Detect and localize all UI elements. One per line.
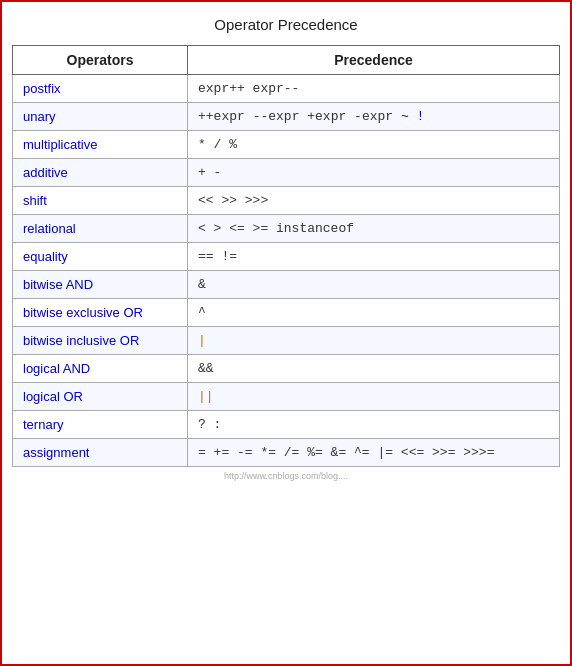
col-header-operators: Operators [13,46,188,75]
operator-cell: assignment [13,439,188,467]
precedence-cell: < > <= >= instanceof [188,215,560,243]
table-row: relational< > <= >= instanceof [13,215,560,243]
operator-cell: postfix [13,75,188,103]
operator-cell: multiplicative [13,131,188,159]
precedence-cell: & [188,271,560,299]
precedence-cell: ^ [188,299,560,327]
operator-cell: bitwise exclusive OR [13,299,188,327]
operator-cell: relational [13,215,188,243]
table-row: bitwise exclusive OR^ [13,299,560,327]
watermark: http://www.cnblogs.com/blog.... [12,471,560,481]
operator-cell: additive [13,159,188,187]
precedence-cell: && [188,355,560,383]
page-container: Operator Precedence Operators Precedence… [0,0,572,666]
table-row: bitwise inclusive OR| [13,327,560,355]
precedence-cell: || [188,383,560,411]
precedence-cell: << >> >>> [188,187,560,215]
operator-cell: unary [13,103,188,131]
col-header-precedence: Precedence [188,46,560,75]
precedence-cell: = += -= *= /= %= &= ^= |= <<= >>= >>>= [188,439,560,467]
operator-cell: bitwise AND [13,271,188,299]
operator-cell: logical OR [13,383,188,411]
table-row: unary++expr --expr +expr -expr ~ ! [13,103,560,131]
table-row: assignment= += -= *= /= %= &= ^= |= <<= … [13,439,560,467]
precedence-cell: == != [188,243,560,271]
precedence-cell: | [188,327,560,355]
precedence-cell: ? : [188,411,560,439]
table-row: logical OR|| [13,383,560,411]
operator-cell: ternary [13,411,188,439]
precedence-cell: * / % [188,131,560,159]
table-row: shift<< >> >>> [13,187,560,215]
table-row: ternary? : [13,411,560,439]
table-row: bitwise AND& [13,271,560,299]
operator-precedence-table: Operators Precedence postfixexpr++ expr-… [12,45,560,467]
table-title: Operator Precedence [12,12,560,37]
operator-cell: logical AND [13,355,188,383]
precedence-cell: ++expr --expr +expr -expr ~ ! [188,103,560,131]
table-row: postfixexpr++ expr-- [13,75,560,103]
operator-cell: shift [13,187,188,215]
table-row: multiplicative* / % [13,131,560,159]
precedence-cell: + - [188,159,560,187]
table-row: additive+ - [13,159,560,187]
operator-cell: equality [13,243,188,271]
table-row: logical AND&& [13,355,560,383]
table-row: equality== != [13,243,560,271]
operator-cell: bitwise inclusive OR [13,327,188,355]
precedence-cell: expr++ expr-- [188,75,560,103]
